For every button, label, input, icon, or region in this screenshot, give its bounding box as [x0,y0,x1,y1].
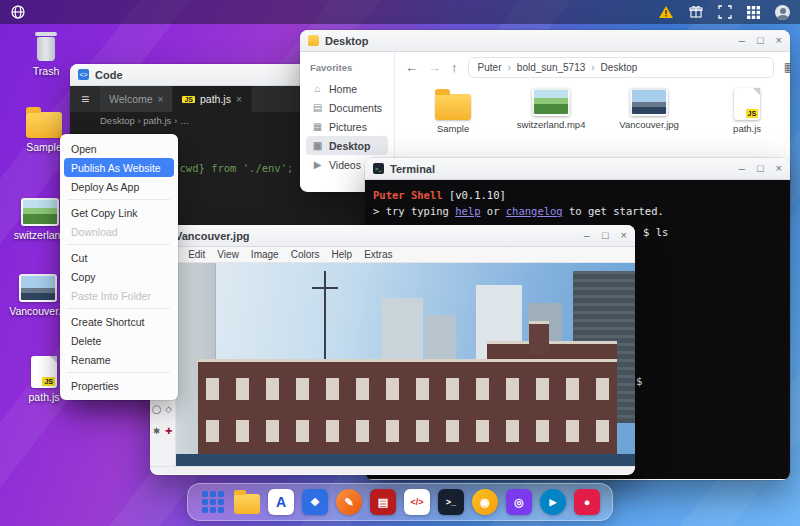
sidebar-item-desktop[interactable]: ▣Desktop [306,136,388,155]
dock-files-button[interactable] [234,489,260,515]
tool-icon[interactable]: ✱ [151,420,163,442]
viewer-menubar: File Edit View Image Colors Help Extras [150,247,635,263]
viewer-window-title: Vancouver.jpg [175,230,250,242]
context-item-get-copy-link[interactable]: Get Copy Link [60,203,178,222]
dock-app-center-button[interactable]: A [268,489,294,515]
js-file-icon: JS [31,356,57,388]
dock-camera-button[interactable]: ◎ [506,489,532,515]
tab-pathjs[interactable]: JS path.js × [173,86,251,112]
user-avatar[interactable] [775,5,790,20]
menu-edit[interactable]: Edit [182,249,211,260]
sidebar-item-pictures[interactable]: ▦Pictures [306,117,388,136]
terminal-line: $ ls [643,224,668,240]
dock-player-button[interactable]: ▶ [540,489,566,515]
trash-icon [34,32,58,62]
breadcrumb-current[interactable]: Desktop [601,62,638,73]
menu-view[interactable]: View [211,249,245,260]
tab-label: path.js [200,93,231,105]
documents-icon: ▤ [312,102,323,113]
context-item-create-shortcut[interactable]: Create Shortcut [60,312,178,331]
taskbar: A ❖ ✎ ▤ </> >_ ◉ ◎ ▶ ● [187,483,613,521]
desktop-icon-label: switzerland [14,230,67,242]
photo-chimney [529,321,549,355]
dock-code-button[interactable]: </> [404,489,430,515]
image-canvas[interactable] [176,263,635,466]
sidebar-item-documents[interactable]: ▤Documents [306,98,388,117]
code-app-icon: <> [78,69,89,80]
maximize-button[interactable]: □ [602,230,609,241]
breadcrumb[interactable]: Puter › bold_sun_5713 › Desktop [468,57,774,78]
tab-welcome[interactable]: Welcome × [100,86,173,112]
context-item-publish-as-website[interactable]: Publish As Website [64,158,174,177]
maximize-button[interactable]: □ [757,163,764,174]
home-icon: ⌂ [312,83,323,94]
menu-help[interactable]: Help [326,249,359,260]
desktop-icon-trash[interactable]: Trash [14,32,78,78]
photo-mast [324,271,326,371]
hamburger-menu-icon[interactable]: ≡ [70,86,100,112]
context-item-copy[interactable]: Copy [60,267,178,286]
dock-recorder-button[interactable]: ● [574,489,600,515]
menu-separator [68,372,170,373]
context-item-deploy-as-app[interactable]: Deploy As App [60,177,178,196]
context-item-download: Download [60,222,178,241]
breadcrumb-user[interactable]: bold_sun_5713 [517,62,585,73]
puter-logo-icon[interactable] [10,4,26,20]
breadcrumb-root[interactable]: Puter [478,62,502,73]
tab-close-icon[interactable]: × [236,94,242,105]
grid-view-icon[interactable]: ▦ [784,60,790,74]
tab-label: Welcome [109,93,153,105]
viewer-statusbar [150,466,635,474]
context-item-cut[interactable]: Cut [60,248,178,267]
tool-icon[interactable]: ✚ [163,420,175,442]
close-button[interactable]: × [776,35,782,46]
changelog-link[interactable]: changelog [506,205,563,217]
context-item-open[interactable]: Open [60,139,178,158]
tool-icon[interactable]: ◇ [163,398,175,420]
close-button[interactable]: × [621,230,627,241]
dock-juice-button[interactable]: ◉ [472,489,498,515]
gift-icon[interactable] [689,5,703,19]
files-titlebar[interactable]: Desktop – □ × [300,30,790,52]
fullscreen-icon[interactable] [718,5,732,19]
context-item-properties[interactable]: Properties [60,376,178,395]
forward-icon[interactable]: → [428,60,441,75]
terminal-titlebar[interactable]: >_ Terminal – □ × [365,158,790,180]
dock-draw-button[interactable]: ✎ [336,489,362,515]
tool-icon[interactable]: ◯ [151,398,163,420]
minimize-button[interactable]: – [584,230,590,241]
videos-icon: ▶ [312,159,323,170]
apps-grid-icon[interactable] [747,6,760,19]
desktop-icon: ▣ [312,140,323,151]
help-link[interactable]: help [455,205,480,217]
dock-terminal-button[interactable]: >_ [438,489,464,515]
js-file-icon: JS [734,88,760,120]
desktop[interactable]: Trash Sample switzerland Vancouver... JS… [0,0,800,526]
menu-colors[interactable]: Colors [285,249,326,260]
minimize-button[interactable]: – [739,35,745,46]
terminal-app-icon: >_ [373,163,384,174]
image-thumbnail-icon [19,274,57,302]
menu-extras[interactable]: Extras [358,249,398,260]
viewer-titlebar[interactable]: Vancouver.jpg – □ × [150,225,635,247]
close-button[interactable]: × [776,163,782,174]
warning-icon[interactable] [658,5,674,19]
sidebar-item-home[interactable]: ⌂Home [306,79,388,98]
window-controls: – □ × [739,163,782,174]
maximize-button[interactable]: □ [757,35,764,46]
dock-blocks-button[interactable]: ❖ [302,489,328,515]
desktop-icon-label: path.js [29,392,60,404]
draw-icon: ✎ [336,489,362,515]
minimize-button[interactable]: – [739,163,745,174]
up-icon[interactable]: ↑ [451,60,458,75]
terminal-window-title: Terminal [390,163,435,175]
back-icon[interactable]: ← [405,60,418,75]
context-item-rename[interactable]: Rename [60,350,178,369]
menu-image[interactable]: Image [245,249,285,260]
tab-close-icon[interactable]: × [158,94,164,105]
camera-icon: ◎ [506,489,532,515]
context-item-delete[interactable]: Delete [60,331,178,350]
start-button[interactable] [200,489,226,515]
pictures-icon: ▦ [312,121,323,132]
dock-writer-button[interactable]: ▤ [370,489,396,515]
